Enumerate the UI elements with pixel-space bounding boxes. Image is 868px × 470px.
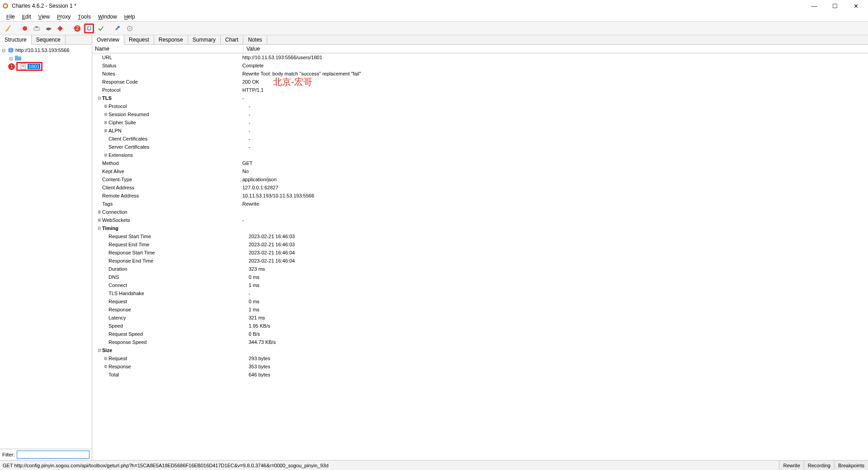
file-icon [19,63,27,70]
svg-rect-16 [15,56,18,57]
tree-host[interactable]: ⊟ http://10.11.53.193:5566 [1,46,91,54]
collapse-icon[interactable]: ⊟ [97,348,102,352]
menu-file[interactable]: File [3,14,19,20]
k-tags: Tags [102,201,242,207]
turtle-icon[interactable] [43,24,53,33]
expand-icon[interactable]: ⊞ [97,210,102,214]
k-tlsext: Extensions [108,152,249,158]
k-url: URL [102,55,242,60]
record-icon[interactable] [20,24,30,33]
tab-request[interactable]: Request [124,35,154,44]
maximize-button[interactable]: ☐ [825,0,845,12]
tree-item-label: 1801 [28,64,40,69]
svg-point-13 [129,28,131,29]
broom-icon[interactable] [3,24,13,33]
menu-view[interactable]: View [35,14,53,20]
tab-summary[interactable]: Summary [188,35,221,44]
svg-rect-4 [34,28,39,30]
throttle-icon[interactable] [32,24,42,33]
structure-tree[interactable]: ⊟ http://10.11.53.193:5566 ⊟ 1 1801 [0,45,92,449]
collapse-icon[interactable]: ⊟ [1,48,6,53]
k-size: Size [102,348,242,353]
expand-icon[interactable]: ⊞ [103,356,108,361]
k-timing: Timing [102,226,242,231]
v-rc: 200 OK [242,79,868,85]
v-notes: Rewrite Tool: body match "success" repla… [242,71,868,76]
expand-icon[interactable]: ⊞ [103,128,108,133]
right-pane: Overview Request Response Summary Chart … [92,35,868,460]
menu-proxy[interactable]: Proxy [53,14,74,20]
wrench-icon[interactable] [113,24,123,33]
status-recording[interactable]: Recording [804,461,834,470]
expand-icon[interactable]: ⊞ [97,218,102,222]
collapse-icon[interactable]: ⊟ [97,96,102,100]
expand-icon[interactable]: ⊞ [103,112,108,117]
k-tlsalpn: ALPN [108,128,249,133]
window-title: Charles 4.6.2 - Session 1 * [12,3,804,9]
tree-folder[interactable]: ⊟ [1,54,91,62]
collapse-icon[interactable]: ⊟ [97,226,102,230]
tree-item-row[interactable]: 1 1801 [1,62,91,70]
menu-help[interactable]: Help [121,14,139,20]
svg-point-6 [46,28,51,30]
v-url: http://10.11.53.193:5566/users/1801 [242,55,868,60]
expand-icon[interactable]: ⊞ [103,104,108,108]
k-tlscc: Client Certificates [108,136,249,141]
tab-overview[interactable]: Overview [92,35,124,45]
v-tls: - [242,95,868,101]
svg-rect-17 [21,64,25,69]
k-rc: Response Code [102,79,242,85]
gear-icon[interactable] [125,24,135,33]
badge-1: 1 [8,63,15,70]
k-tlsproto: Protocol [108,103,249,109]
status-bar: GET http://config.pinyin.sogou.com/api/t… [0,460,868,470]
k-ca: Client Address [102,185,242,190]
tab-notes[interactable]: Notes [243,35,267,44]
k-ra: Remote Address [102,193,242,198]
badge-2-icon[interactable]: 2 [72,24,82,33]
filter-input[interactable] [17,451,90,459]
menu-tools[interactable]: Tools [74,14,94,20]
collapse-icon[interactable]: ⊟ [8,56,14,61]
overview-table[interactable]: URLhttp://10.11.53.193:5566/users/1801 S… [92,53,868,460]
k-tlscs: Cipher Suite [108,120,249,125]
svg-point-1 [4,5,7,7]
status-breakpoints[interactable]: Breakpoints [834,461,868,470]
k-notes: Notes [102,71,242,76]
app-icon [2,2,9,9]
k-ws: WebSockets [102,217,242,223]
k-method: Method [102,160,242,166]
menu-window[interactable]: Window [94,14,121,20]
k-status: Status [102,63,242,68]
overview-header: Name Value [92,45,868,53]
globe-icon [7,47,14,53]
expand-icon[interactable]: ⊞ [103,153,108,157]
check-icon[interactable] [96,24,106,33]
left-pane: Structure Sequence ⊟ http://10.11.53.193… [0,35,92,460]
tab-sequence[interactable]: Sequence [32,35,66,44]
breakpoint-icon[interactable] [55,24,65,33]
filter-label: Filter: [2,452,15,457]
svg-point-7 [50,28,52,29]
svg-line-2 [8,26,10,28]
minimize-button[interactable]: — [804,0,825,12]
menu-edit[interactable]: Edit [19,14,35,20]
tab-response[interactable]: Response [154,35,188,44]
k-ct: Content-Type [102,177,242,182]
tab-chart[interactable]: Chart [221,35,243,44]
expand-icon[interactable]: ⊞ [103,120,108,125]
svg-marker-8 [57,26,63,31]
status-rewrite[interactable]: Rewrite [779,461,803,470]
refresh-icon[interactable] [84,24,94,33]
filter-row: Filter: [0,449,92,460]
close-button[interactable]: ✕ [845,0,866,12]
k-conn: Connection [102,209,242,215]
svg-text:2: 2 [76,25,79,31]
svg-rect-5 [35,26,38,28]
svg-marker-11 [90,26,91,28]
tab-structure[interactable]: Structure [0,35,32,45]
left-tabs: Structure Sequence [0,35,92,45]
svg-point-3 [23,26,27,31]
expand-icon[interactable]: ⊞ [103,364,108,369]
k-tlssr: Session Resumed [108,112,249,117]
